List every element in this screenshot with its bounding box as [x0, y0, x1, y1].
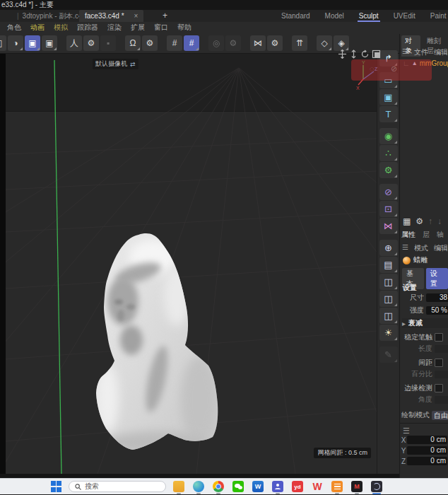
cloner-button[interactable]: ∴	[379, 145, 398, 161]
subdivide-up-button[interactable]: ⇈	[292, 35, 307, 51]
viewport-3d[interactable]: 默认摄像机 ⇄ 网格间距 : 0.5 cm	[6, 54, 377, 474]
shaded-sphere-button[interactable]: ◑	[8, 35, 23, 51]
pressure-input[interactable]: 50 %	[426, 306, 448, 315]
motion-camera-button[interactable]: ◫	[379, 291, 398, 307]
text-object-button[interactable]: T	[379, 106, 398, 122]
menu-help[interactable]: 帮助	[177, 23, 191, 33]
layout-uvedit[interactable]: UVEdit	[394, 12, 415, 20]
layout-grid-icon[interactable]: ▦	[403, 216, 411, 226]
joint-settings-button[interactable]: ⚙	[83, 35, 99, 51]
coord-y-input[interactable]: 0 cm	[407, 446, 447, 455]
close-tab-icon[interactable]: ×	[134, 12, 138, 20]
symmetry-settings-button[interactable]: ⚙	[267, 35, 283, 51]
steady-stroke-checkbox[interactable]	[435, 333, 443, 342]
falloff-button[interactable]: ◎	[208, 35, 224, 51]
generator-button[interactable]: ⚙	[379, 162, 398, 178]
menu-render[interactable]: 渲染	[107, 23, 122, 33]
tab-axis[interactable]: 轴	[437, 230, 444, 240]
paint-tool-button[interactable]: ✎	[379, 346, 398, 363]
teams-app[interactable]	[271, 480, 285, 493]
file-explorer-app[interactable]	[172, 480, 186, 493]
menu-animate[interactable]: 动画	[30, 23, 45, 33]
sculpt-bust-model[interactable]	[92, 229, 226, 459]
shading-options-button[interactable]: ▣	[42, 35, 57, 51]
falloff-settings-button[interactable]: ⚙	[225, 35, 241, 51]
spacing-group: 间距 百分比	[400, 358, 448, 379]
document-tab-active[interactable]: face33.c4d *×	[79, 10, 143, 22]
om-menu-file[interactable]: 文件	[414, 47, 428, 57]
pan-icon[interactable]	[338, 50, 347, 59]
start-button[interactable]	[51, 481, 62, 492]
stage-object-button[interactable]: ▤	[379, 257, 398, 273]
menu-tracker[interactable]: 跟踪器	[77, 23, 98, 33]
coord-z-input[interactable]: 0 cm	[407, 457, 447, 465]
deformer-button[interactable]: ⊘	[379, 184, 398, 200]
menu-simulate[interactable]: 模拟	[54, 23, 68, 33]
sky-object-button[interactable]: ⊕	[379, 240, 398, 256]
grid-spacing-label: 网格间距 : 0.5 cm	[314, 448, 371, 458]
layout-standard[interactable]: Standard	[281, 12, 310, 20]
menu-window[interactable]: 窗口	[154, 23, 168, 33]
stamp-button[interactable]: ◇	[317, 35, 332, 51]
chrome-app[interactable]	[211, 480, 225, 493]
maximize-viewport-icon[interactable]	[372, 50, 381, 59]
dolly-icon[interactable]	[349, 50, 358, 59]
instance-button[interactable]: ⊡	[379, 201, 398, 217]
am-menu-edit[interactable]: 编辑	[434, 243, 447, 253]
taskbar-search-input[interactable]: 搜索	[69, 481, 166, 492]
cinema4d-app[interactable]	[370, 480, 384, 493]
magnet-settings-button[interactable]: ⚙	[142, 35, 158, 51]
coord-x-input[interactable]: 0 cm	[407, 436, 447, 444]
rotate-icon[interactable]	[360, 50, 370, 59]
light-object-button[interactable]: ☀	[379, 325, 398, 341]
mail-app[interactable]: M	[350, 480, 364, 493]
edge-detect-checkbox[interactable]	[435, 384, 443, 392]
edge-app[interactable]	[191, 480, 206, 493]
layout-sculpt[interactable]: Sculpt	[359, 12, 379, 20]
symmetry-object-button[interactable]: ⋈	[379, 218, 398, 234]
subdivision-surface-button[interactable]: ◉	[379, 128, 398, 144]
crane-camera-button[interactable]: ◫	[379, 308, 398, 324]
docs-app[interactable]	[330, 480, 344, 493]
edge-cut-button[interactable]: ◧	[0, 35, 6, 51]
tab-attributes[interactable]: 属性	[401, 230, 415, 240]
hamburger-icon[interactable]: ☰	[402, 243, 408, 253]
hamburger-icon[interactable]: ☰	[402, 47, 408, 57]
menu-character[interactable]: 角色	[7, 23, 21, 33]
hamburger-icon[interactable]: ☰	[403, 426, 410, 436]
history-back-icon[interactable]: ↑	[428, 216, 432, 226]
gouraud-shading-button[interactable]: ▣	[25, 35, 40, 51]
layout-model[interactable]: Model	[325, 12, 344, 20]
layout-paint[interactable]: Paint	[430, 12, 447, 20]
tab-settings[interactable]: 设置	[426, 268, 448, 289]
new-tab-button[interactable]: +	[163, 10, 167, 22]
om-menu-edit[interactable]: 编辑	[434, 47, 447, 57]
size-input[interactable]: 38	[426, 293, 448, 302]
camera-label[interactable]: 默认摄像机 ⇄	[93, 59, 138, 69]
spacing-checkbox[interactable]	[435, 359, 443, 367]
active-brush-row[interactable]: 蜡雕	[403, 255, 428, 265]
history-forward-icon[interactable]: ↓	[437, 216, 442, 226]
am-menu-mode[interactable]: 模式	[414, 243, 428, 253]
windows-taskbar: 搜索 W yd W M	[0, 478, 448, 494]
draw-mode-dropdown[interactable]: 自由	[432, 411, 448, 420]
camera-object-button[interactable]: ◫	[379, 274, 398, 290]
settings-gear-icon[interactable]: ⚙	[415, 216, 423, 226]
cube-primitive-button[interactable]: ▣	[379, 89, 398, 105]
wps-app[interactable]: W	[310, 480, 324, 493]
wechat-app[interactable]	[231, 480, 245, 493]
grid-snap-button[interactable]: #	[184, 35, 199, 51]
draw-mode-row: 绘制模式 自由	[400, 410, 448, 420]
stencil-button[interactable]: ◈	[334, 35, 349, 51]
joint-tool-button[interactable]: 人	[66, 35, 82, 51]
falloff-section-header[interactable]: ▸ 衰减	[402, 318, 448, 328]
camera-swap-icon: ⇄	[130, 61, 136, 68]
menu-extensions[interactable]: 扩展	[131, 23, 145, 33]
symmetry-mirror-button[interactable]: ⋈	[250, 35, 266, 51]
word-app[interactable]: W	[251, 480, 265, 493]
weights-button[interactable]: ▪	[100, 35, 116, 51]
tab-layers[interactable]: 层	[423, 230, 430, 240]
grid-button[interactable]: #	[167, 35, 182, 51]
magnet-tool-button[interactable]: Ω	[125, 35, 141, 51]
youdao-app[interactable]: yd	[290, 480, 305, 493]
